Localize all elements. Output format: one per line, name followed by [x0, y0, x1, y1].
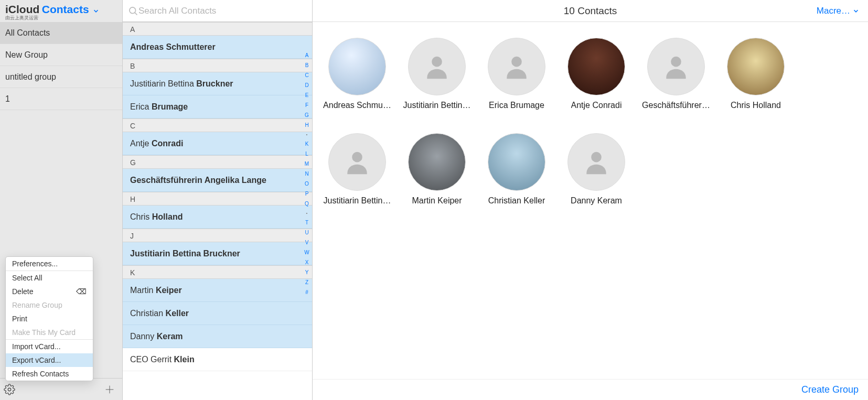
contact-card[interactable]: Danny Keram [567, 133, 625, 206]
contact-card[interactable]: Justitiarin Bettin… [408, 38, 466, 110]
search-bar[interactable] [123, 0, 312, 22]
contact-row[interactable]: Antje Conradi [123, 132, 312, 155]
sidebar-item[interactable]: All Contacts [0, 22, 122, 44]
contact-row[interactable]: Erica Brumage [123, 95, 312, 118]
contact-card[interactable]: Andreas Schmu… [328, 38, 386, 110]
sidebar-item[interactable]: New Group [0, 44, 122, 66]
contact-row[interactable]: Danny Keram [123, 325, 312, 348]
add-button[interactable] [102, 382, 117, 397]
menu-item: Rename Group [6, 298, 93, 312]
alpha-jump[interactable]: K [305, 141, 309, 147]
contact-card[interactable]: Geschäftsführer… [647, 38, 705, 110]
section-header: C [123, 118, 312, 132]
alpha-jump[interactable]: W [304, 250, 309, 255]
avatar-photo [328, 38, 386, 95]
create-group-link[interactable]: Create Group [801, 384, 859, 395]
alpha-jump[interactable]: M [305, 161, 309, 167]
contact-grid: Andreas Schmu…Justitiarin Bettin…Erica B… [313, 22, 868, 379]
contact-card[interactable]: Antje Conradi [567, 38, 625, 110]
alpha-jump[interactable]: F [305, 102, 308, 108]
section-header: A [123, 22, 312, 36]
section-header: K [123, 265, 312, 279]
section-header: H [123, 192, 312, 206]
contact-card[interactable]: Justitiarin Bettin… [328, 133, 386, 206]
contact-card[interactable]: Chris Holland [727, 38, 785, 110]
contact-row[interactable]: Justitiarin Bettina Bruckner [123, 242, 312, 265]
contact-card[interactable]: Martin Keiper [408, 133, 466, 206]
contact-row[interactable]: Chris Holland [123, 206, 312, 229]
main-header: 10 Contacts Macre… [313, 0, 868, 22]
alpha-jump[interactable]: # [305, 289, 308, 295]
alpha-jump[interactable]: • [306, 211, 308, 215]
section-header: G [123, 155, 312, 169]
menu-item[interactable]: Delete⌫ [6, 285, 93, 298]
contact-name: Justitiarin Bettin… [403, 101, 471, 110]
menu-item[interactable]: Select All [6, 271, 93, 285]
sidebar-item[interactable]: 1 [0, 88, 122, 110]
avatar-photo [488, 133, 545, 191]
contact-card[interactable]: Christian Keller [488, 133, 545, 206]
chevron-down-icon [852, 7, 860, 15]
alpha-jump[interactable]: U [305, 230, 308, 235]
sidebar-footer [0, 378, 122, 400]
main-pane: 10 Contacts Macre… Andreas Schmu…Justiti… [313, 0, 868, 400]
avatar-placeholder [488, 38, 545, 95]
alpha-jump[interactable]: • [306, 132, 308, 137]
alpha-jump[interactable]: D [305, 82, 308, 88]
alpha-jump[interactable]: C [305, 72, 308, 78]
search-input[interactable] [138, 6, 307, 16]
chevron-down-icon [92, 7, 100, 15]
alpha-jump[interactable]: P [305, 191, 309, 197]
alpha-jump[interactable]: N [305, 171, 308, 177]
contact-row[interactable]: Justitiarin Bettina Bruckner [123, 72, 312, 95]
menu-item[interactable]: Print [6, 312, 93, 326]
sort-dropdown[interactable]: Macre… [817, 6, 860, 16]
alpha-jump[interactable]: Q [305, 201, 309, 207]
contact-list-column: AAndreas SchmuttererBJustitiarin Bettina… [123, 0, 313, 400]
svg-point-0 [8, 388, 11, 391]
brand-app: Contacts [42, 3, 89, 15]
sidebar-item[interactable]: untitled group [0, 66, 122, 88]
actions-menu[interactable]: Preferences...Select AllDelete⌫Rename Gr… [5, 256, 93, 381]
settings-button[interactable] [2, 382, 17, 397]
contact-row[interactable]: Christian Keller [123, 302, 312, 325]
contact-row[interactable]: Andreas Schmutterer [123, 36, 312, 59]
menu-item[interactable]: Import vCard... [6, 340, 93, 353]
alpha-jump[interactable]: L [305, 151, 308, 157]
alpha-jump[interactable]: E [305, 92, 309, 98]
alpha-jump[interactable]: H [305, 122, 308, 128]
alpha-jump[interactable]: V [305, 240, 309, 245]
contact-row[interactable]: CEO Gerrit Klein [123, 348, 312, 371]
contact-list[interactable]: AAndreas SchmuttererBJustitiarin Bettina… [123, 22, 312, 400]
menu-item[interactable]: Preferences... [6, 257, 93, 271]
alpha-jump[interactable]: G [305, 112, 309, 118]
svg-point-9 [591, 152, 602, 163]
alpha-index[interactable]: ABCDEFGH•KLMNOPQ•TUVWXYZ# [303, 52, 311, 395]
backspace-icon: ⌫ [76, 285, 87, 298]
contact-card[interactable]: Erica Brumage [488, 38, 545, 110]
alpha-jump[interactable]: Y [305, 269, 309, 275]
avatar-photo [567, 38, 625, 95]
menu-item[interactable]: Export vCard... [6, 353, 93, 367]
alpha-jump[interactable]: X [305, 260, 309, 265]
contact-name: Justitiarin Bettin… [324, 196, 391, 206]
contact-name: Erica Brumage [489, 101, 544, 110]
alpha-jump[interactable]: A [305, 52, 309, 58]
contact-row[interactable]: Martin Keiper [123, 279, 312, 302]
svg-point-6 [511, 57, 522, 67]
search-icon [128, 6, 138, 16]
app-brand[interactable]: iCloud Contacts 由云上奥灵运营 [0, 0, 122, 22]
contact-name: Geschäftsführer… [642, 101, 710, 110]
contact-row[interactable]: Geschäftsführerin Angelika Lange [123, 169, 312, 192]
contact-count: 10 Contacts [564, 5, 617, 17]
alpha-jump[interactable]: T [305, 220, 308, 225]
section-header: J [123, 229, 312, 242]
contact-name: Christian Keller [488, 196, 545, 206]
svg-point-5 [432, 57, 442, 67]
alpha-jump[interactable]: B [305, 62, 309, 68]
alpha-jump[interactable]: Z [305, 279, 308, 285]
alpha-jump[interactable]: O [305, 181, 309, 187]
avatar-photo [408, 133, 466, 191]
menu-item[interactable]: Refresh Contacts [6, 367, 93, 381]
sidebar: iCloud Contacts 由云上奥灵运营 All ContactsNew … [0, 0, 123, 400]
